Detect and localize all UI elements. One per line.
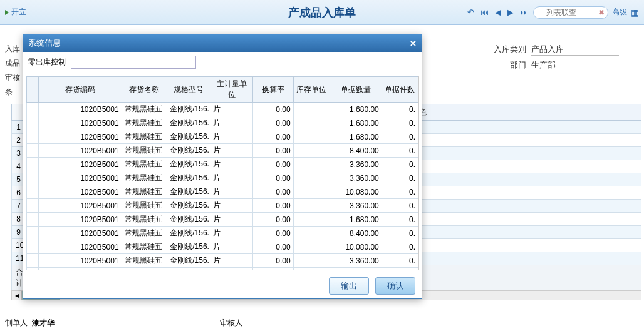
- col-spec[interactable]: 规格型号: [167, 77, 210, 103]
- page-title: 产成品入库单: [288, 5, 356, 20]
- left-side-labels: 入库成品审核条: [5, 44, 20, 101]
- play-icon: [5, 10, 9, 15]
- dept-value: 生产部: [531, 59, 619, 71]
- table-row[interactable]: 1020B5001常规黑硅五金刚线/156.片0.003,360.000.: [27, 158, 418, 171]
- clear-icon[interactable]: ✖: [598, 8, 605, 17]
- close-icon[interactable]: ✕: [410, 39, 417, 48]
- undo-icon[interactable]: ↶: [466, 6, 475, 18]
- prev-icon[interactable]: ◀: [494, 6, 502, 18]
- table-row[interactable]: 1020B5001常规黑硅五金刚线/156.片0.001,680.000.: [27, 268, 418, 271]
- modal-title: 系统信息: [28, 38, 61, 49]
- col-stock-unit[interactable]: 库存单位: [293, 77, 330, 103]
- advanced-link[interactable]: 高级: [612, 7, 627, 18]
- maker-label: 制单人: [5, 318, 30, 328]
- table-row[interactable]: 1020B5001常规黑硅五金刚线/156.片0.008,400.000.: [27, 144, 418, 158]
- modal-input[interactable]: [71, 56, 196, 69]
- next-icon[interactable]: ▶: [506, 6, 515, 18]
- system-info-modal: 系统信息 ✕ 零出库控制 存货编码 存货名称 规格型号 主计量单位 换算率 库存…: [23, 34, 422, 299]
- table-row[interactable]: 1020B5001常规黑硅五金刚线/156.片0.001,680.000.: [27, 103, 418, 116]
- topbar: 开立 产成品入库单 ↶ ⏮ ◀ ▶ ⏭ 🔍 ✖ 高级 ▦: [0, 0, 644, 25]
- col-code[interactable]: 存货编码: [38, 77, 122, 103]
- table-row[interactable]: 1020B5001常规黑硅五金刚线/156.片0.0010,080.000.: [27, 240, 418, 254]
- search-input[interactable]: [533, 6, 608, 19]
- auditor-label: 审核人: [220, 318, 242, 327]
- dept-label: 部门: [489, 59, 526, 71]
- table-row[interactable]: 1020B5001常规黑硅五金刚线/156.片0.003,360.000.: [27, 199, 418, 213]
- open-button[interactable]: 开立: [11, 7, 26, 18]
- table-row[interactable]: 1020B5001常规黑硅五金刚线/156.片0.001,680.000.: [27, 130, 418, 144]
- maker-value: 漆才华: [32, 318, 55, 327]
- table-row[interactable]: 1020B5001常规黑硅五金刚线/156.片0.008,400.000.: [27, 227, 418, 240]
- grid-icon[interactable]: ▦: [631, 8, 639, 18]
- cat-value: 产品入库: [531, 44, 619, 56]
- col-name[interactable]: 存货名称: [122, 77, 167, 103]
- col-rate[interactable]: 换算率: [253, 77, 293, 103]
- modal-subtitle: 零出库控制: [28, 57, 66, 68]
- table-row[interactable]: 1020B5001常规黑硅五金刚线/156.片0.001,680.000.: [27, 213, 418, 227]
- table-row[interactable]: 1020B5001常规黑硅五金刚线/156.片0.003,360.000.: [27, 171, 418, 185]
- table-row[interactable]: 1020B5001常规黑硅五金刚线/156.片0.001,680.000.: [27, 116, 418, 130]
- first-icon[interactable]: ⏮: [479, 6, 490, 18]
- header-fields: 入库类别 产品入库 部门 生产部: [489, 44, 619, 75]
- col-pcs[interactable]: 单据件数: [382, 77, 418, 103]
- col-qty[interactable]: 单据数量: [330, 77, 382, 103]
- table-row[interactable]: 1020B5001常规黑硅五金刚线/156.片0.003,360.000.: [27, 254, 418, 268]
- col-unit[interactable]: 主计量单位: [210, 77, 253, 103]
- export-button[interactable]: 输出: [329, 277, 369, 295]
- table-row[interactable]: 1020B5001常规黑硅五金刚线/156.片0.0010,080.000.: [27, 185, 418, 199]
- ok-button[interactable]: 确认: [375, 277, 415, 295]
- last-icon[interactable]: ⏭: [519, 6, 529, 18]
- cat-label: 入库类别: [489, 44, 526, 56]
